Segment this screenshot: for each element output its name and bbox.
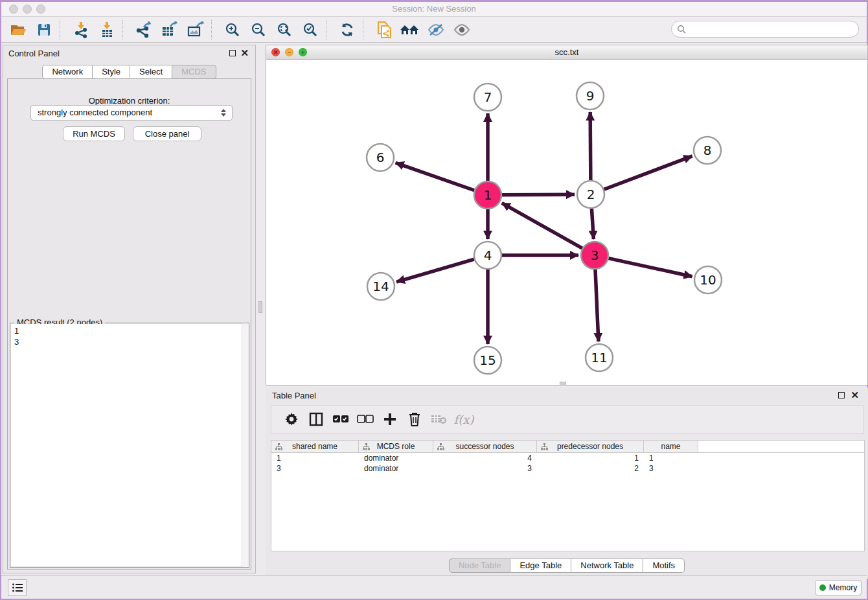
graph-edge-1-6[interactable]: [396, 163, 475, 190]
mcds-result-scrollbar[interactable]: [242, 323, 249, 567]
graph-edge-2-3[interactable]: [591, 209, 593, 239]
table-cell[interactable]: dominator: [359, 453, 433, 463]
toolbar-separator: [60, 20, 65, 40]
zoom-in-icon[interactable]: [220, 19, 246, 40]
tab-network-table[interactable]: Network Table: [571, 559, 643, 573]
toolbar-separator: [211, 20, 217, 40]
export-network-icon[interactable]: [131, 19, 157, 40]
status-bar: Memory: [1, 575, 867, 599]
optimization-dropdown[interactable]: strongly connected component: [30, 105, 233, 121]
table-cell[interactable]: 3: [271, 463, 359, 474]
delete-column-icon[interactable]: [402, 408, 427, 430]
table-cell[interactable]: 3: [644, 463, 698, 474]
home-layout-icon[interactable]: [397, 19, 423, 40]
tab-edge-table[interactable]: Edge Table: [510, 559, 571, 573]
settings-gear-icon[interactable]: [279, 408, 304, 430]
toggle-column-panel-icon[interactable]: [304, 408, 328, 430]
table-panel-header: Table Panel ✕: [266, 387, 868, 403]
graph-edge-4-14[interactable]: [396, 259, 474, 282]
graph-edge-2-9[interactable]: [590, 112, 591, 180]
control-panel-header: Control Panel ✕: [3, 45, 255, 61]
memory-button[interactable]: Memory: [815, 580, 862, 595]
window-title: Session: New Session: [1, 4, 867, 14]
export-image-icon[interactable]: [183, 19, 209, 40]
column-header-predecessor-nodes[interactable]: predecessor nodes: [537, 441, 644, 452]
zoom-fit-icon[interactable]: [271, 19, 297, 40]
delete-table-icon[interactable]: [427, 408, 451, 430]
zoom-selected-icon[interactable]: [297, 19, 323, 40]
open-session-icon[interactable]: [5, 19, 31, 40]
float-panel-icon[interactable]: [229, 50, 236, 56]
hide-selected-icon[interactable]: [423, 19, 449, 40]
control-panel: Control Panel ✕ NetworkStyleSelectMCDS O…: [3, 45, 256, 573]
clone-network-icon[interactable]: [371, 19, 397, 40]
dropdown-stepper-icon: [221, 108, 228, 119]
add-column-icon[interactable]: [378, 408, 402, 430]
table-body: 1dominator4113dominator323: [271, 453, 864, 474]
table-cell[interactable]: 1: [644, 453, 698, 463]
run-mcds-button[interactable]: Run MCDS: [63, 126, 125, 141]
column-header-shared-name[interactable]: shared name: [271, 441, 359, 452]
table-cell[interactable]: 1: [537, 453, 644, 463]
refresh-view-icon[interactable]: [334, 19, 360, 40]
graph-node-label: 7: [484, 89, 492, 105]
table-cell[interactable]: 3: [433, 463, 537, 474]
window-titlebar: Session: New Session: [1, 2, 867, 17]
table-cell[interactable]: 4: [433, 453, 537, 463]
graph-node-label: 14: [372, 279, 389, 294]
table-cell[interactable]: dominator: [359, 463, 433, 474]
save-session-icon[interactable]: [31, 19, 57, 40]
import-network-icon[interactable]: [68, 19, 94, 40]
task-history-button[interactable]: [8, 579, 27, 596]
horizontal-splitter-grip[interactable]: [560, 382, 566, 386]
tab-style[interactable]: Style: [93, 65, 130, 79]
graph-edge-2-8[interactable]: [604, 156, 692, 189]
function-builder-icon[interactable]: f(x): [451, 408, 476, 430]
select-all-checks-icon[interactable]: [328, 408, 353, 430]
graph-node-label: 10: [700, 272, 716, 288]
table-cell[interactable]: 2: [537, 463, 644, 474]
memory-label: Memory: [829, 583, 857, 592]
graph-node-label: 15: [479, 352, 496, 368]
export-table-icon[interactable]: [157, 19, 183, 40]
graph-edge-3-10[interactable]: [608, 259, 692, 277]
table-panel-title: Table Panel: [272, 391, 316, 400]
column-header-name[interactable]: name: [644, 441, 698, 452]
application-window: Session: New Session: [0, 0, 868, 600]
toolbar-separator: [326, 20, 332, 40]
search-field: [671, 21, 859, 38]
close-panel-icon[interactable]: ✕: [240, 47, 249, 59]
import-table-icon[interactable]: [94, 19, 120, 40]
network-window-title: scc.txt: [266, 47, 867, 57]
table-row[interactable]: 3dominator323: [271, 463, 864, 474]
mcds-result-line: 1: [14, 325, 245, 336]
tab-select[interactable]: Select: [130, 65, 172, 79]
graph-node-label: 11: [591, 350, 607, 365]
mcds-result-text[interactable]: 13: [11, 324, 248, 566]
network-window-titlebar[interactable]: ✕ − + scc.txt: [266, 45, 867, 60]
tab-network[interactable]: Network: [42, 65, 93, 79]
search-input[interactable]: [687, 23, 858, 36]
panel-splitter-grip[interactable]: [258, 301, 262, 313]
graph-edge-1-2[interactable]: [502, 194, 575, 195]
network-graph-canvas[interactable]: 7968124314101511: [266, 60, 867, 385]
graph-node-label: 4: [484, 248, 492, 263]
deselect-all-checks-icon[interactable]: [353, 408, 378, 430]
graph-edge-3-1[interactable]: [502, 203, 582, 248]
graph-node-label: 2: [587, 187, 595, 202]
column-header-successor-nodes[interactable]: successor nodes: [433, 441, 537, 452]
table-header-row: shared nameMCDS rolesuccessor nodesprede…: [271, 441, 864, 453]
graph-node-label: 9: [586, 88, 595, 104]
zoom-out-icon[interactable]: [246, 19, 271, 40]
graph-edge-3-11[interactable]: [595, 270, 599, 341]
tab-motifs[interactable]: Motifs: [643, 559, 685, 573]
column-header-MCDS-role[interactable]: MCDS role: [359, 441, 433, 452]
table-row[interactable]: 1dominator411: [271, 453, 864, 463]
show-all-icon[interactable]: [449, 19, 475, 40]
tab-node-table[interactable]: Node Table: [449, 559, 511, 573]
tab-mcds[interactable]: MCDS: [172, 65, 216, 79]
float-table-panel-icon[interactable]: [838, 392, 845, 398]
close-panel-button[interactable]: Close panel: [133, 126, 201, 141]
close-table-panel-icon[interactable]: ✕: [851, 389, 859, 401]
table-cell[interactable]: 1: [271, 453, 359, 463]
